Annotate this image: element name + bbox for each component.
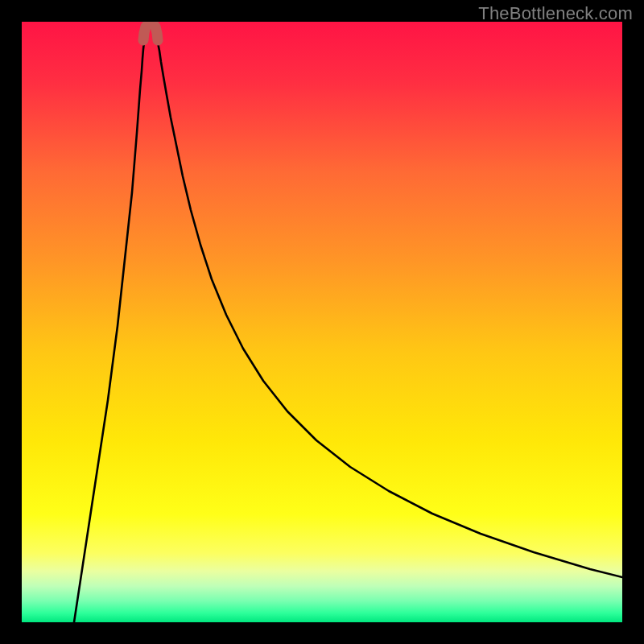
chart-plot-area: [22, 22, 622, 622]
gradient-background: [22, 22, 622, 622]
chart-svg: [22, 22, 622, 622]
watermark-text: TheBottleneck.com: [478, 3, 633, 24]
